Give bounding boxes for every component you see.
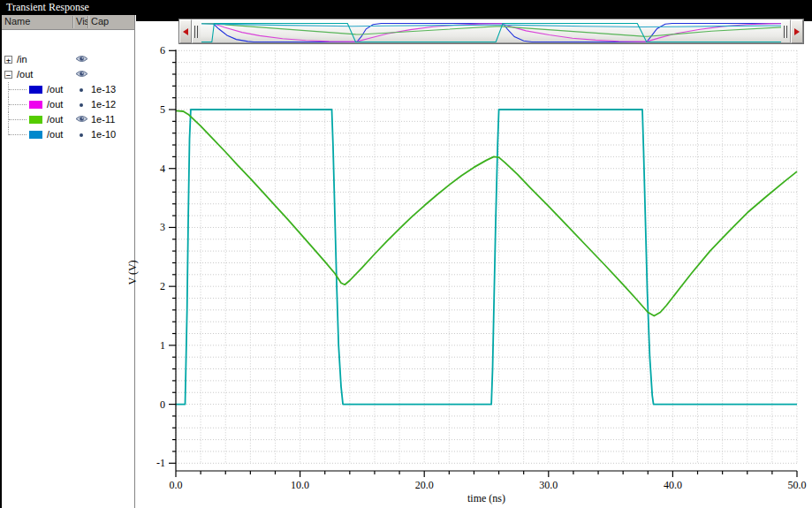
waveform-plot[interactable]: -101234560.010.020.030.040.050.0time (ns… xyxy=(136,15,812,508)
signal-label: /in xyxy=(17,54,27,64)
tree-row-in[interactable]: +/in xyxy=(2,52,134,67)
trace-color-swatch[interactable] xyxy=(29,86,42,94)
column-separator[interactable] xyxy=(72,16,74,28)
signal-label: /out xyxy=(47,99,63,110)
column-separator[interactable] xyxy=(87,16,89,28)
eye-icon xyxy=(75,114,88,124)
svg-text:40.0: 40.0 xyxy=(664,479,682,491)
transient-response-window: Transient Response Name Vis Cap +/in−/ou… xyxy=(0,0,812,508)
svg-text:10.0: 10.0 xyxy=(291,479,309,491)
trace-color-swatch[interactable] xyxy=(29,101,42,109)
svg-text:30.0: 30.0 xyxy=(539,479,558,491)
tree-row-out-1e-12[interactable]: /out1e-12 xyxy=(2,97,134,112)
tree-row-out-1e-11[interactable]: /out1e-11 xyxy=(2,112,134,127)
expand-icon[interactable]: + xyxy=(4,56,12,64)
tree-row-out-1e-13[interactable]: /out1e-13 xyxy=(2,82,134,97)
signal-label: /out xyxy=(17,69,33,80)
x-axis-label: time (ns) xyxy=(467,492,505,504)
eye-icon xyxy=(75,54,88,64)
signal-label: /out xyxy=(47,114,63,125)
svg-text:1: 1 xyxy=(160,339,165,352)
svg-text:0.0: 0.0 xyxy=(170,479,183,491)
svg-text:3: 3 xyxy=(160,221,165,233)
plot-area: -101234560.010.020.030.040.050.0time (ns… xyxy=(136,15,812,508)
column-header-cap: Cap xyxy=(91,16,109,27)
collapse-icon[interactable]: − xyxy=(4,71,12,79)
svg-text:20.0: 20.0 xyxy=(415,479,434,491)
y-axis-label: V (V) xyxy=(126,255,140,291)
cap-value: 1e-12 xyxy=(91,99,116,110)
signal-label: /out xyxy=(47,129,63,140)
visibility-dot-toggle[interactable] xyxy=(80,103,83,107)
window-titlebar: Transient Response xyxy=(2,0,812,15)
svg-text:-1: -1 xyxy=(156,457,165,469)
curve--in[interactable] xyxy=(176,110,797,405)
window-title: Transient Response xyxy=(6,1,89,13)
tree-connector xyxy=(9,89,27,91)
svg-text:6: 6 xyxy=(160,44,165,57)
visibility-eye-toggle[interactable] xyxy=(74,54,89,65)
cap-value: 1e-11 xyxy=(91,114,115,125)
svg-text:0: 0 xyxy=(160,398,165,411)
cap-value: 1e-10 xyxy=(91,129,116,140)
eye-icon xyxy=(75,69,88,79)
tree-row-out[interactable]: −/out xyxy=(2,67,134,82)
svg-text:50.0: 50.0 xyxy=(788,479,807,491)
tree-row-out-1e-10[interactable]: /out1e-10 xyxy=(2,127,134,142)
signal-tree-panel: Name Vis Cap +/in−/out/out1e-13/out1e-12… xyxy=(2,15,135,508)
svg-text:5: 5 xyxy=(160,103,165,116)
column-header-name: Name xyxy=(4,16,30,27)
cap-value: 1e-13 xyxy=(91,84,116,95)
visibility-dot-toggle[interactable] xyxy=(80,133,83,137)
visibility-eye-toggle[interactable] xyxy=(74,69,89,80)
svg-text:4: 4 xyxy=(160,163,165,175)
tree-connector xyxy=(9,134,27,136)
svg-text:2: 2 xyxy=(160,280,165,292)
tree-connector xyxy=(9,119,27,121)
curve--out-C-1e-11[interactable] xyxy=(176,110,797,315)
tree-header-row: Name Vis Cap xyxy=(2,15,134,30)
tree-connector xyxy=(9,104,27,106)
signal-label: /out xyxy=(47,84,63,95)
trace-color-swatch[interactable] xyxy=(29,131,42,139)
signal-tree: +/in−/out/out1e-13/out1e-12/out1e-11/out… xyxy=(2,52,134,142)
trace-color-swatch[interactable] xyxy=(29,116,42,124)
visibility-dot-toggle[interactable] xyxy=(80,88,83,92)
visibility-eye-toggle[interactable] xyxy=(74,114,89,125)
